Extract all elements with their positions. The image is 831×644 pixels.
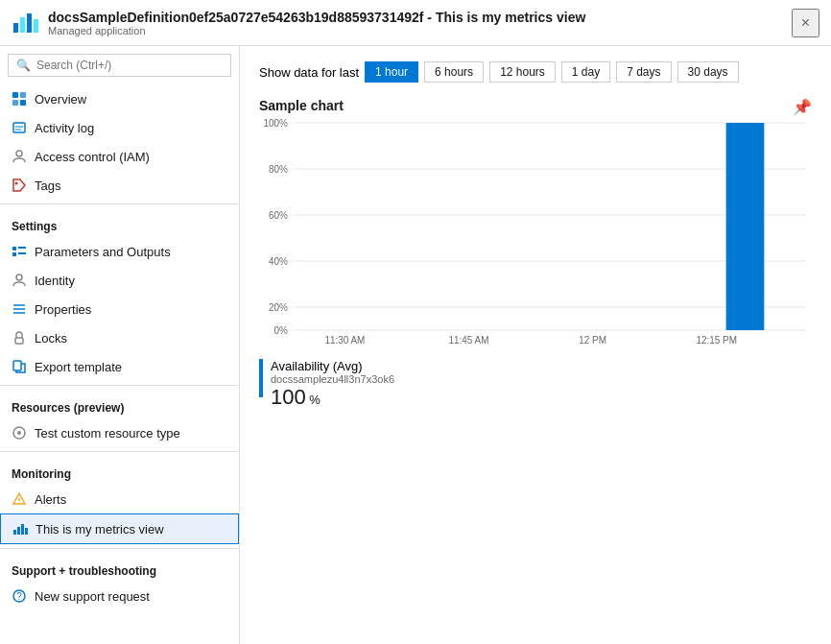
- time-btn-30days[interactable]: 30 days: [677, 61, 739, 83]
- sidebar-item-activity-log[interactable]: Activity log: [0, 113, 239, 142]
- section-settings: Settings: [0, 208, 239, 237]
- search-icon: 🔍: [16, 59, 31, 72]
- time-filter-label: Show data for last: [259, 65, 359, 80]
- legend-title: Availability (Avg): [271, 359, 394, 373]
- activity-log-label: Activity log: [35, 121, 94, 135]
- svg-text:100%: 100%: [263, 118, 288, 129]
- svg-rect-2: [27, 13, 32, 33]
- svg-text:12 PM: 12 PM: [579, 335, 606, 344]
- legend-value: 100: [271, 385, 306, 409]
- svg-rect-30: [25, 528, 28, 535]
- chart-section: Sample chart 📌 100% 80% 60% 40% 20% 0%: [259, 98, 812, 417]
- section-resources: Resources (preview): [0, 390, 239, 418]
- svg-text:40%: 40%: [269, 256, 288, 267]
- svg-rect-27: [13, 530, 16, 535]
- locks-icon: [12, 330, 27, 346]
- time-btn-6hours[interactable]: 6 hours: [424, 61, 484, 83]
- svg-rect-14: [18, 247, 26, 249]
- svg-rect-29: [21, 524, 24, 535]
- alerts-label: Alerts: [35, 492, 66, 507]
- svg-rect-0: [13, 23, 18, 33]
- svg-rect-3: [34, 19, 38, 33]
- divider-4: [0, 548, 239, 549]
- svg-rect-1: [20, 17, 25, 33]
- page-title: docsSampleDefinition0ef25a0727e54263b19d…: [48, 10, 585, 25]
- sidebar-item-identity[interactable]: Identity: [0, 266, 239, 295]
- activity-log-icon: [12, 120, 27, 135]
- tags-label: Tags: [35, 179, 60, 193]
- title-bar-left: docsSampleDefinition0ef25a0727e54263b19d…: [12, 10, 585, 36]
- identity-icon: [12, 273, 27, 288]
- time-filter: Show data for last 1 hour 6 hours 12 hou…: [259, 61, 812, 83]
- chart-wrapper: 100% 80% 60% 40% 20% 0% 11:30 AM 11:45 A: [259, 113, 812, 344]
- close-button[interactable]: ×: [792, 9, 819, 37]
- svg-rect-4: [12, 92, 18, 98]
- metrics-view-icon: [12, 521, 28, 537]
- alerts-icon: [12, 491, 27, 507]
- export-icon: [12, 359, 27, 374]
- time-btn-7days[interactable]: 7 days: [616, 61, 671, 83]
- metrics-view-label: This is my metrics view: [36, 522, 164, 537]
- chart-bar: [726, 123, 765, 330]
- params-label: Parameters and Outputs: [35, 245, 171, 259]
- sidebar-item-export[interactable]: Export template: [0, 352, 239, 381]
- tags-icon: [12, 178, 27, 193]
- time-btn-1day[interactable]: 1 day: [561, 61, 610, 83]
- sidebar-item-metrics-view[interactable]: This is my metrics view: [0, 513, 239, 544]
- svg-rect-28: [17, 527, 20, 535]
- identity-label: Identity: [35, 274, 75, 288]
- svg-text:11:45 AM: 11:45 AM: [449, 335, 489, 344]
- svg-rect-13: [12, 247, 16, 250]
- legend-unit: %: [309, 393, 321, 407]
- chart-legend: Availability (Avg) docssamplezu4ll3n7x3o…: [259, 351, 812, 417]
- sidebar-item-new-support[interactable]: ? New support request: [0, 582, 239, 610]
- app-icon: [12, 10, 38, 36]
- sidebar-item-test-custom[interactable]: Test custom resource type: [0, 418, 239, 447]
- new-support-label: New support request: [35, 589, 150, 604]
- sidebar-item-properties[interactable]: Properties: [0, 295, 239, 323]
- svg-text:0%: 0%: [273, 325, 287, 336]
- svg-point-11: [16, 151, 22, 156]
- sidebar-item-tags[interactable]: Tags: [0, 171, 239, 200]
- svg-text:20%: 20%: [269, 302, 288, 313]
- sidebar-item-access-control[interactable]: Access control (IAM): [0, 142, 239, 171]
- title-text: docsSampleDefinition0ef25a0727e54263b19d…: [48, 10, 585, 36]
- time-btn-1hour[interactable]: 1 hour: [365, 61, 418, 83]
- chart-title: Sample chart: [259, 98, 344, 113]
- support-icon: ?: [12, 588, 27, 604]
- legend-color-bar: [259, 359, 263, 397]
- overview-label: Overview: [35, 92, 86, 107]
- search-box[interactable]: 🔍: [8, 54, 231, 77]
- svg-text:?: ?: [16, 591, 22, 602]
- search-input[interactable]: [36, 59, 223, 72]
- sidebar-item-alerts[interactable]: Alerts: [0, 485, 239, 513]
- section-monitoring: Monitoring: [0, 456, 239, 485]
- svg-rect-6: [12, 100, 18, 106]
- sidebar-nav: Overview Activity log Access control (IA…: [0, 84, 239, 644]
- svg-rect-15: [12, 252, 16, 256]
- legend-value-row: 100 %: [271, 385, 394, 410]
- time-btn-12hours[interactable]: 12 hours: [489, 61, 556, 83]
- legend-info: Availability (Avg) docssamplezu4ll3n7x3o…: [271, 359, 394, 410]
- divider-1: [0, 203, 239, 204]
- svg-text:80%: 80%: [269, 164, 288, 175]
- title-bar: docsSampleDefinition0ef25a0727e54263b19d…: [0, 0, 831, 46]
- svg-text:12:15 PM: 12:15 PM: [696, 335, 736, 344]
- svg-point-26: [18, 502, 20, 504]
- overview-icon: [12, 91, 27, 107]
- main-layout: 🔍 Overview Activity lo: [0, 46, 831, 644]
- svg-point-17: [16, 274, 22, 280]
- sidebar-item-locks[interactable]: Locks: [0, 323, 239, 352]
- svg-point-12: [15, 182, 18, 185]
- svg-rect-16: [18, 252, 26, 254]
- properties-label: Properties: [35, 302, 91, 317]
- properties-icon: [12, 301, 27, 317]
- svg-text:11:30 AM: 11:30 AM: [324, 335, 365, 344]
- svg-text:60%: 60%: [269, 210, 288, 221]
- svg-point-24: [17, 431, 21, 435]
- sidebar-item-params[interactable]: Parameters and Outputs: [0, 237, 239, 266]
- legend-subtitle: docssamplezu4ll3n7x3ok6: [271, 373, 394, 385]
- section-support: Support + troubleshooting: [0, 553, 239, 582]
- sidebar-item-overview[interactable]: Overview: [0, 84, 239, 113]
- access-control-label: Access control (IAM): [35, 150, 150, 164]
